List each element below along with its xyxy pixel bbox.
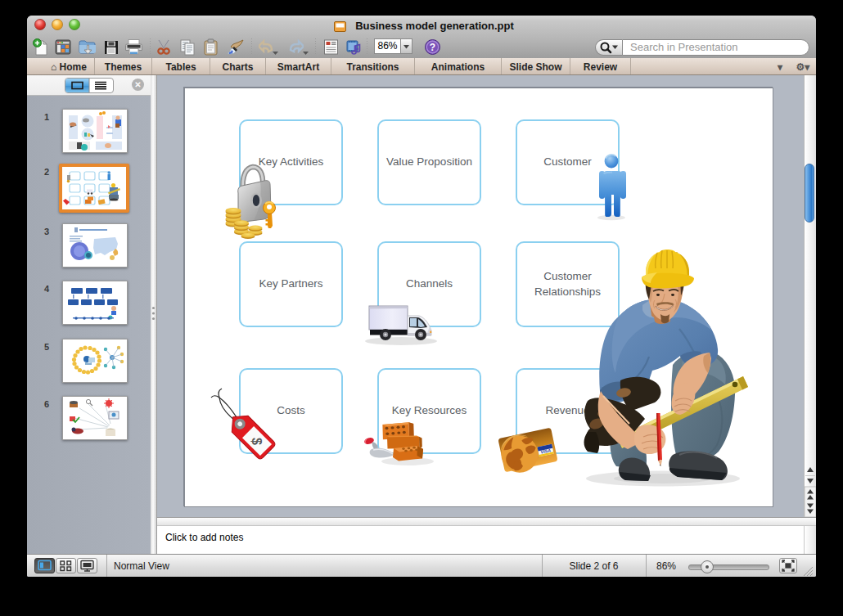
svg-text:$: $	[250, 438, 264, 445]
svg-text:?: ?	[430, 42, 435, 53]
